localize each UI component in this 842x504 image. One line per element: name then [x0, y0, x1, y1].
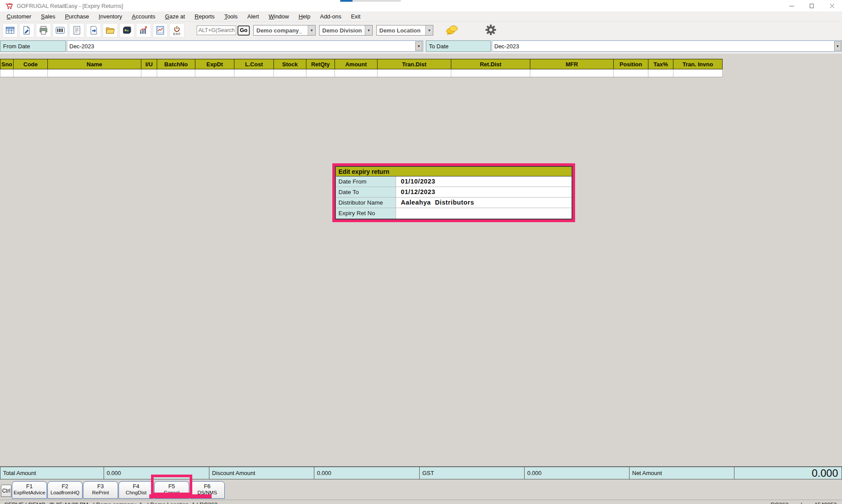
f2-load-from-hq-button[interactable]: F2 LoadfromHQ — [47, 481, 83, 499]
menu-inventory[interactable]: Inventory — [94, 12, 127, 21]
column-header-stock: Stock — [274, 59, 306, 69]
chevron-down-icon[interactable]: ▼ — [425, 25, 433, 35]
ctrl-key-button[interactable]: Ctrl — [1, 485, 11, 497]
close-button[interactable] — [822, 0, 842, 11]
menu-sales[interactable]: Sales — [36, 12, 60, 21]
column-header-tax: Tax% — [648, 59, 673, 69]
analytics-chart-icon[interactable] — [136, 23, 151, 37]
column-header-retqty: RetQty — [306, 59, 335, 69]
dialog-row-date-from: Date From 01/10/2023 — [336, 176, 572, 187]
date-filter-bar: From Date Dec-2023 ▼ To Date Dec-2023 ▼ — [0, 39, 842, 54]
menu-reports[interactable]: Reports — [190, 12, 219, 21]
menu-alert[interactable]: Alert — [242, 12, 264, 21]
column-header-mfr: MFR — [530, 59, 614, 69]
chat-bubble-icon[interactable] — [445, 25, 459, 36]
status-separator: | — [801, 501, 802, 504]
gallery-icon[interactable] — [119, 23, 134, 37]
date-from-label: Date From — [336, 176, 396, 187]
location-select[interactable]: Demo Location ▼ — [376, 25, 433, 36]
menu-purchase[interactable]: Purchase — [60, 12, 94, 21]
print-icon[interactable] — [36, 23, 51, 37]
dialog-row-expiry-ret-no: Expiry Ret No — [336, 208, 572, 219]
total-amount-label: Total Amount — [0, 467, 104, 479]
division-select[interactable]: Demo Division ▼ — [319, 25, 373, 36]
column-header-batchno: BatchNo — [157, 59, 195, 69]
status-counter: 1540853 — [814, 501, 837, 504]
distributor-name-label: Distributor Name — [336, 198, 396, 208]
annotation-highlight: Edit expiry return Date From 01/10/2023 … — [332, 163, 575, 222]
annotation-highlight-f5 — [151, 475, 192, 495]
to-date-label: To Date — [426, 40, 491, 52]
column-header-retdist: Ret.Dist — [451, 59, 530, 69]
chevron-down-icon[interactable]: ▼ — [365, 25, 372, 35]
app-logo-cart-icon: RE — [5, 2, 13, 10]
invoice-list-icon[interactable] — [69, 23, 84, 37]
menu-customer[interactable]: Customer — [2, 12, 36, 21]
totals-bar: Total Amount 0.000 Discount Amount 0.000… — [0, 466, 842, 479]
window-title: GOFRUGAL RetailEasy - [Expiry Returns] — [17, 3, 123, 9]
column-header-position: Position — [614, 59, 648, 69]
gst-label: GST — [419, 467, 525, 479]
grid-body-area — [0, 77, 842, 466]
menu-exit[interactable]: Exit — [346, 12, 365, 21]
go-button[interactable]: Go — [237, 25, 250, 36]
from-date-select[interactable]: Dec-2023 ▼ — [67, 40, 423, 52]
dialog-title: Edit expiry return — [336, 167, 572, 176]
dialog-row-date-to: Date To 01/12/2023 — [336, 187, 572, 198]
open-folder-icon[interactable] — [103, 23, 118, 37]
company-select[interactable]: Demo company_ ▼ — [253, 25, 316, 36]
expiry-ret-no-label: Expiry Ret No — [336, 208, 396, 219]
report-chart-icon[interactable] — [153, 23, 168, 37]
expiry-ret-no-field[interactable] — [396, 208, 572, 219]
search-input[interactable] — [197, 25, 236, 35]
chevron-down-icon[interactable]: ▼ — [834, 41, 841, 51]
net-amount-label: Net Amount — [629, 467, 734, 479]
distributor-name-field[interactable]: Aaleahya Distributors — [396, 198, 572, 208]
chevron-down-icon[interactable]: ▼ — [415, 41, 422, 51]
gst-value: 0.000 — [524, 467, 630, 479]
menu-add-ons[interactable]: Add-ons — [315, 12, 346, 21]
menu-window[interactable]: Window — [264, 12, 294, 21]
column-header-expdt: ExpDt — [195, 59, 234, 69]
status-right: RC362 | 1540853 — [771, 501, 837, 504]
menu-tools[interactable]: Tools — [219, 12, 242, 21]
column-header-sno: Sno — [0, 59, 14, 69]
document-transfer-icon[interactable] — [86, 23, 101, 37]
column-header-trandist: Tran.Dist — [378, 59, 451, 69]
to-date-select[interactable]: Dec-2023 ▼ — [492, 40, 842, 52]
annotation-highlight-f5-bottom — [149, 494, 212, 498]
menu-bar: Customer Sales Purchase Inventory Accoun… — [0, 11, 842, 22]
top-gray-strip — [353, 0, 401, 2]
discount-amount-value: 0.000 — [314, 467, 420, 479]
column-header-traninvno: Tran. Invno — [673, 59, 723, 69]
edit-document-icon[interactable] — [19, 23, 34, 37]
discount-amount-label: Discount Amount — [209, 467, 314, 479]
column-header-iu: I/U — [141, 59, 157, 69]
svg-text:RE: RE — [8, 3, 12, 5]
menu-help[interactable]: Help — [294, 12, 315, 21]
title-bar: RE GOFRUGAL RetailEasy - [Expiry Returns… — [0, 0, 842, 11]
menu-gaze-at[interactable]: Gaze at — [160, 12, 190, 21]
function-key-bar: Ctrl F1 ExpRetAdvice F2 LoadfromHQ F3 Re… — [0, 479, 842, 500]
gear-icon[interactable] — [485, 24, 497, 37]
from-date-label: From Date — [0, 40, 66, 52]
column-header-lcost: L.Cost — [234, 59, 274, 69]
f3-reprint-button[interactable]: F3 RePrint — [83, 481, 118, 499]
power-exit-icon[interactable]: EXIT — [169, 23, 184, 37]
company-table-icon[interactable] — [3, 23, 18, 37]
chevron-down-icon[interactable]: ▼ — [308, 25, 315, 35]
dialog-row-distributor: Distributor Name Aaleahya Distributors — [336, 198, 572, 208]
barcode-icon[interactable] — [53, 23, 68, 37]
net-amount-value: 0.000 — [734, 467, 842, 479]
f1-exp-ret-advice-button[interactable]: F1 ExpRetAdvice — [12, 481, 47, 499]
toolbar: EXIT Go Demo company_ ▼ Demo Division ▼ … — [0, 22, 842, 39]
restore-button[interactable] — [802, 0, 822, 11]
date-from-field[interactable]: 01/10/2023 — [396, 176, 572, 187]
column-header-amount: Amount — [335, 59, 378, 69]
date-to-field[interactable]: 01/12/2023 — [396, 187, 572, 197]
date-to-label: Date To — [336, 187, 396, 197]
f4-chng-dist-button[interactable]: F4 ChngDist — [119, 481, 154, 499]
menu-accounts[interactable]: Accounts — [127, 12, 160, 21]
top-blue-strip — [340, 0, 353, 2]
minimize-button[interactable] — [781, 0, 802, 11]
